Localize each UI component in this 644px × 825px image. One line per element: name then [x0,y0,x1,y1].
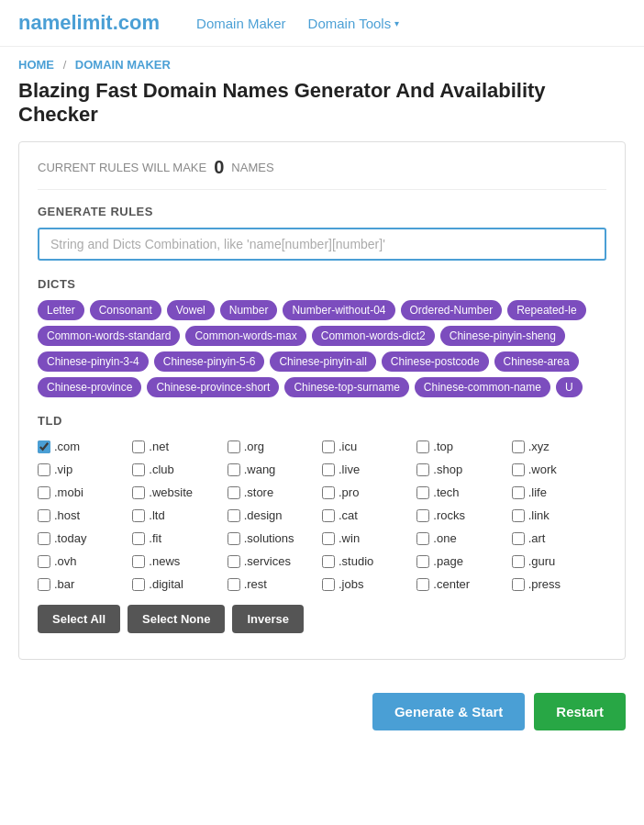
tld-checkbox[interactable] [322,509,335,522]
dict-tag[interactable]: Chinese-pinyin-5-6 [154,351,265,372]
tld-checkbox[interactable] [512,463,525,476]
tld-item: .bar [38,574,132,594]
tld-checkbox[interactable] [38,486,50,499]
dicts-title: DICTS [38,277,606,291]
tld-checkbox[interactable] [512,578,525,591]
dict-tag[interactable]: Chinese-province [38,377,141,397]
tld-item: .page [416,552,511,571]
tld-item: .one [416,529,511,548]
tld-item: .art [512,529,606,548]
tld-checkbox[interactable] [322,555,335,568]
tld-checkbox[interactable] [132,509,145,522]
tld-checkbox[interactable] [322,578,335,591]
tld-label: .cat [339,508,358,522]
tld-label: .life [528,485,547,499]
tld-checkbox[interactable] [38,509,50,522]
tld-checkbox[interactable] [228,555,240,568]
dict-tag[interactable]: Vowel [167,300,215,320]
dict-tag[interactable]: Consonant [90,300,161,320]
tld-label: .services [244,554,291,568]
generate-start-button[interactable]: Generate & Start [372,693,525,730]
tld-checkbox[interactable] [512,486,525,499]
dict-tag[interactable]: Chinese-pinyin-sheng [440,326,565,346]
dict-tag[interactable]: Chinese-postcode [382,351,489,372]
dict-tag[interactable]: Chinese-province-short [147,377,279,397]
dict-tag[interactable]: Repeated-le [507,300,585,320]
main-nav: Domain Maker Domain Tools ▾ [196,16,399,31]
tld-checkbox[interactable] [132,555,145,568]
tld-item: .digital [132,574,227,594]
header: namelimit.com Domain Maker Domain Tools … [0,0,644,47]
dropdown-arrow-icon: ▾ [394,18,399,28]
dicts-section: DICTS LetterConsonantVowelNumberNumber-w… [38,277,606,397]
tld-item: .net [132,437,227,456]
main-card: CURRENT RULES WILL MAKE 0 NAMES GENERATE… [18,141,626,660]
tld-checkbox[interactable] [322,440,335,453]
tld-checkbox[interactable] [512,509,525,522]
tld-label: .pro [339,485,359,499]
dict-tag[interactable]: Chinese-pinyin-3-4 [38,351,149,372]
tld-checkbox[interactable] [228,509,240,522]
tld-checkbox[interactable] [416,578,429,591]
tld-checkbox[interactable] [132,440,145,453]
nav-domain-tools[interactable]: Domain Tools ▾ [308,16,400,31]
tld-checkbox[interactable] [512,440,525,453]
dict-tag[interactable]: Chinese-top-surname [284,377,408,397]
tld-checkbox[interactable] [416,555,429,568]
dict-tag[interactable]: Number-without-04 [283,300,394,320]
tld-checkbox[interactable] [322,486,335,499]
inverse-button[interactable]: Inverse [232,605,304,633]
tld-checkbox[interactable] [38,532,50,545]
tld-checkbox[interactable] [38,555,50,568]
tld-item: .win [322,529,416,548]
tld-label: .live [339,463,360,476]
tld-label: .link [528,508,550,522]
select-all-button[interactable]: Select All [38,605,120,633]
dict-tag[interactable]: Chinese-area [494,351,579,372]
tld-checkbox[interactable] [132,486,145,499]
page-title: Blazing Fast Domain Names Generator And … [0,75,644,141]
dict-tag[interactable]: U [556,377,583,397]
dict-tag[interactable]: Chinese-common-name [415,377,550,397]
tld-checkbox[interactable] [416,463,429,476]
tld-checkbox[interactable] [228,486,240,499]
tld-checkbox[interactable] [228,532,240,545]
tld-label: .website [149,485,193,499]
tld-checkbox[interactable] [228,440,240,453]
tld-checkbox[interactable] [38,440,50,453]
breadcrumb: HOME / DOMAIN MAKER [0,47,644,75]
tld-checkbox[interactable] [38,463,50,476]
tld-checkbox[interactable] [322,532,335,545]
tld-checkbox[interactable] [132,578,145,591]
tld-checkbox[interactable] [416,532,429,545]
tld-checkbox[interactable] [416,509,429,522]
tld-item: .tech [416,483,511,502]
dict-tag[interactable]: Chinese-pinyin-all [270,351,375,372]
tld-checkbox[interactable] [132,463,145,476]
tld-checkbox[interactable] [416,440,429,453]
dict-tag[interactable]: Common-words-dict2 [312,326,435,346]
dict-tag[interactable]: Common-words-max [185,326,305,346]
dict-tag[interactable]: Common-words-standard [38,326,180,346]
dict-tag[interactable]: Letter [38,300,84,320]
tld-item: .pro [322,483,416,502]
restart-button[interactable]: Restart [534,693,626,730]
tld-item: .xyz [512,437,606,456]
rules-input[interactable] [38,228,606,261]
tld-checkbox[interactable] [512,555,525,568]
tld-checkbox[interactable] [512,532,525,545]
breadcrumb-domain-maker[interactable]: DOMAIN MAKER [75,58,171,72]
tld-checkbox[interactable] [228,578,240,591]
select-none-button[interactable]: Select None [128,605,225,633]
logo[interactable]: namelimit.com [18,11,160,35]
tld-checkbox[interactable] [38,578,50,591]
tld-label: .center [433,577,470,591]
dict-tag[interactable]: Number [220,300,278,320]
dict-tag[interactable]: Ordered-Number [401,300,503,320]
nav-domain-maker[interactable]: Domain Maker [196,16,286,31]
breadcrumb-home[interactable]: HOME [18,58,54,72]
tld-checkbox[interactable] [132,532,145,545]
tld-checkbox[interactable] [322,463,335,476]
tld-checkbox[interactable] [416,486,429,499]
tld-checkbox[interactable] [228,463,240,476]
